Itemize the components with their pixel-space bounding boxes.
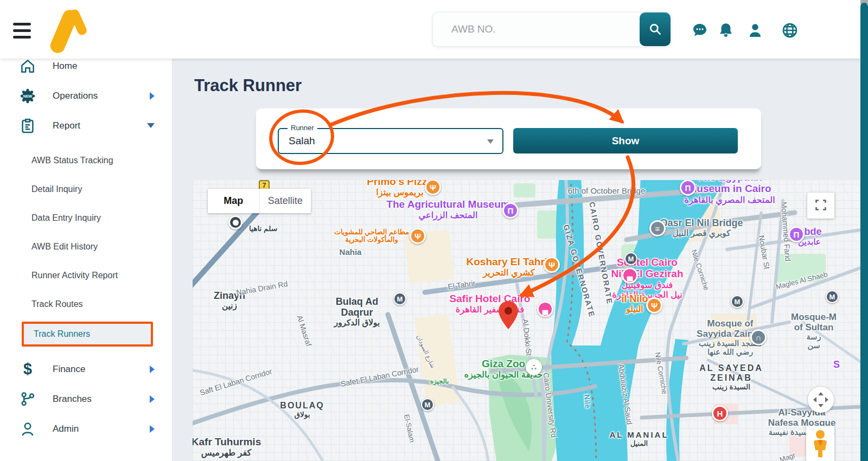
- map-label: مطاعم الصاحي للمشوياتوالمأكولات البحرية: [334, 228, 409, 244]
- metro-station-icon[interactable]: M: [393, 292, 406, 305]
- map-label: سلم ناهيا: [249, 225, 277, 233]
- chat-icon[interactable]: [691, 22, 709, 39]
- map-label: Bulaq AdDaqrurبولاق الدكرور: [334, 296, 380, 327]
- metro-station-icon[interactable]: M: [826, 290, 839, 303]
- map-label: 6th of October Bridge: [568, 187, 646, 196]
- chevron-right-icon: [150, 425, 155, 433]
- restaurant-poi-icon[interactable]: Ψ: [544, 257, 560, 273]
- map-label: بالجيزه: [430, 378, 449, 385]
- fullscreen-icon: [815, 200, 826, 210]
- sidebar-subitem-awb-status-tracking[interactable]: AWB Status Tracking: [0, 146, 172, 175]
- runner-select-value: Salah: [289, 135, 315, 147]
- sidebar-subitem-detail-inquiry[interactable]: Detail Inquiry: [0, 175, 172, 203]
- map-label: Qasr El Nil Bridgeكوبري قصر النيل: [660, 217, 743, 238]
- restaurant-poi-icon[interactable]: Ψ: [646, 297, 662, 313]
- map-canvas[interactable]: Map Satellite Primo's Pizzaبريموس بيتزاT…: [193, 180, 860, 461]
- map-label: BOULAQبولاق: [280, 401, 324, 419]
- sidebar-item-branches[interactable]: Branches: [0, 384, 172, 414]
- chevron-right-icon: [150, 395, 155, 403]
- svg-text:NEW: NEW: [23, 94, 33, 98]
- chevron-down-icon: [487, 139, 494, 144]
- museum-poi-icon[interactable]: Π: [788, 226, 805, 242]
- operations-icon: NEW: [20, 88, 36, 104]
- pegman-control[interactable]: [806, 426, 834, 461]
- page-title: Track Runner: [194, 76, 302, 95]
- app-header: [0, 0, 868, 59]
- globe-icon[interactable]: [781, 22, 799, 39]
- chevron-down-icon: [147, 123, 155, 128]
- user-icon[interactable]: [746, 22, 764, 39]
- transit-stop-icon[interactable]: [228, 215, 242, 229]
- restaurant-poi-icon[interactable]: Ψ: [410, 228, 426, 244]
- map-label: Koshary El Tahrirكشري التحرير: [467, 256, 552, 277]
- search-icon: [648, 22, 662, 36]
- sidebar-subitem-runner-activity-report[interactable]: Runner Activity Report: [0, 261, 172, 290]
- museum-poi-icon[interactable]: Π: [502, 202, 519, 219]
- sidebar-item-operations[interactable]: NEWOperations: [0, 81, 172, 111]
- sidebar-item-home[interactable]: Home: [0, 59, 172, 81]
- sidebar-subitem-track-routes[interactable]: Track Routes: [0, 290, 172, 318]
- chevron-right-icon: [150, 366, 155, 373]
- sidebar-subitem-data-entry-inquiry[interactable]: Data Entry Inquiry: [0, 203, 172, 232]
- zoo-paw-poi-icon[interactable]: ∴: [526, 359, 542, 375]
- map-label: Nile: [582, 394, 592, 409]
- map-label: Primo's Pizzaبريموس بيتزا: [367, 180, 433, 197]
- bridge-poi-icon[interactable]: ≡: [649, 220, 666, 236]
- sidebar-item-report[interactable]: Report: [0, 111, 172, 140]
- map-label: S: [833, 359, 840, 370]
- map-label: Mosque-Mof Sultanرسةسن: [791, 312, 837, 350]
- page-scrollbar[interactable]: [860, 0, 868, 461]
- map-label: Nahia: [340, 248, 362, 257]
- pan-control[interactable]: [808, 387, 834, 413]
- bell-icon[interactable]: [717, 22, 735, 39]
- pegman-icon: [811, 430, 829, 458]
- map-label: Safir Hotel Cairoفندق سفير القاهرة: [450, 293, 531, 314]
- hotel-poi-icon[interactable]: ▄: [537, 301, 553, 317]
- map-type-control: Map Satellite: [208, 189, 311, 213]
- metro-station-icon[interactable]: M: [731, 295, 744, 308]
- admin-icon: [20, 421, 36, 437]
- sidebar-nav: HomeNEWOperationsReportAWB Status Tracki…: [0, 59, 173, 461]
- svg-text:$: $: [23, 361, 32, 377]
- sidebar-item-admin[interactable]: Admin: [0, 414, 172, 444]
- map-label: AL MANIALالمنيل: [609, 431, 668, 447]
- map-label: The EgyptianMuseum in Cairoالمتحف المصري…: [684, 180, 775, 204]
- sidebar-item-label: Report: [53, 120, 80, 131]
- fullscreen-button[interactable]: [807, 193, 834, 219]
- sidebar-item-label: Home: [53, 61, 77, 72]
- satellite-button[interactable]: Satellite: [259, 189, 311, 213]
- map-label: AL SAYEDAZEINABالسيدة زينب: [699, 363, 763, 391]
- branches-icon: [20, 391, 36, 407]
- awb-search-input[interactable]: [433, 12, 634, 46]
- search-button[interactable]: [640, 12, 671, 46]
- sidebar-subitem-awb-edit-history[interactable]: AWB Edit History: [0, 232, 172, 261]
- home-icon: [20, 59, 36, 74]
- sidebar-item-label: Operations: [53, 91, 98, 101]
- metro-station-icon[interactable]: M: [421, 398, 434, 411]
- mosque-poi-icon[interactable]: ∩: [750, 329, 767, 345]
- finance-icon: $: [20, 361, 36, 377]
- metro-station-icon[interactable]: M: [624, 252, 637, 265]
- sidebar-item-finance[interactable]: $Finance: [0, 354, 172, 384]
- map-label: The Agricultural Museumالمتحف الزراعي: [386, 199, 509, 220]
- app-logo: [51, 7, 90, 54]
- hotel-poi-icon[interactable]: ▄: [622, 267, 638, 284]
- runner-location-pin[interactable]: [499, 301, 518, 329]
- sidebar-item-label: Admin: [53, 424, 79, 434]
- map-label: il Niloالنيلو: [622, 293, 648, 313]
- chevron-right-icon: [150, 92, 155, 100]
- sidebar-item-label: Finance: [53, 364, 85, 375]
- runner-select[interactable]: Runner Salah: [278, 128, 503, 154]
- sidebar-subitem-track-runners[interactable]: Track Runners: [22, 322, 153, 347]
- show-button[interactable]: Show: [513, 128, 738, 153]
- map-label: Kafr Tuhurmisكفر طهرميس: [193, 436, 261, 457]
- hospital-poi-icon[interactable]: H: [712, 405, 728, 421]
- scrollbar-thumb[interactable]: [860, 3, 868, 461]
- museum-poi-icon[interactable]: Π: [680, 180, 696, 196]
- sidebar-item-label: Branches: [53, 394, 92, 405]
- pan-arrows-icon: [808, 387, 834, 413]
- awb-search-bar: [432, 12, 671, 47]
- report-icon: [20, 118, 36, 134]
- hamburger-menu-icon[interactable]: [13, 23, 31, 39]
- map-button[interactable]: Map: [208, 189, 259, 213]
